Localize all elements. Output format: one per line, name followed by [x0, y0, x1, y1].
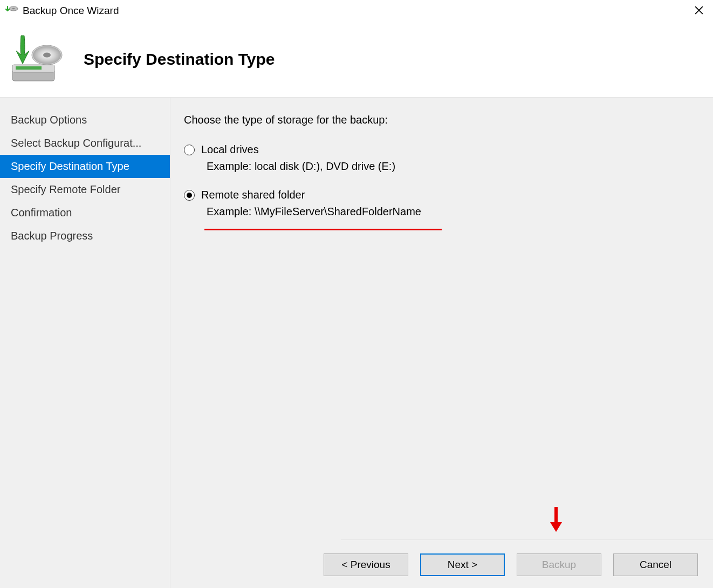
radio-example-local-drives: Example: local disk (D:), DVD drive (E:) [207, 160, 700, 173]
sidebar-item-backup-progress[interactable]: Backup Progress [0, 224, 170, 248]
next-button[interactable]: Next > [420, 553, 505, 576]
sidebar-item-label: Select Backup Configurat... [11, 137, 141, 149]
svg-marker-11 [550, 522, 562, 532]
annotation-arrow-icon [548, 506, 564, 533]
sidebar-item-label: Backup Options [11, 114, 87, 126]
sidebar-item-backup-options[interactable]: Backup Options [0, 108, 170, 132]
sidebar-item-select-backup-configuration[interactable]: Select Backup Configurat... [0, 132, 170, 155]
button-label: Backup [542, 559, 576, 571]
sidebar-item-label: Confirmation [11, 207, 72, 218]
titlebar: Backup Once Wizard [0, 0, 713, 22]
sidebar-item-label: Specify Destination Type [11, 160, 129, 172]
radio-icon [184, 190, 195, 201]
close-icon[interactable] [690, 3, 708, 19]
page-title: Specify Destination Type [84, 50, 275, 69]
radio-icon [184, 145, 195, 155]
wizard-main-panel: Choose the type of storage for the backu… [170, 98, 713, 588]
radio-label: Remote shared folder [201, 189, 305, 201]
button-label: Cancel [640, 559, 671, 571]
sidebar-item-specify-destination-type[interactable]: Specify Destination Type [0, 155, 170, 178]
backup-button: Backup [517, 553, 601, 576]
destination-type-radio-group: Local drives Example: local disk (D:), D… [184, 141, 700, 237]
window-title: Backup Once Wizard [23, 5, 690, 17]
app-icon [5, 4, 18, 17]
svg-rect-6 [16, 66, 42, 70]
instruction-text: Choose the type of storage for the backu… [184, 114, 700, 126]
wizard-body: Backup Options Select Backup Configurat.… [0, 97, 713, 588]
radio-label: Local drives [201, 143, 259, 156]
sidebar-item-confirmation[interactable]: Confirmation [0, 201, 170, 224]
radio-example-remote-shared-folder: Example: \\MyFileServer\SharedFolderName [207, 206, 700, 218]
svg-point-1 [12, 8, 15, 9]
cancel-button[interactable]: Cancel [613, 553, 698, 576]
svg-point-9 [43, 53, 51, 58]
wizard-steps-sidebar: Backup Options Select Backup Configurat.… [0, 98, 170, 588]
sidebar-item-label: Specify Remote Folder [11, 183, 120, 195]
wizard-header: Specify Destination Type [0, 22, 713, 97]
backup-drive-icon [8, 32, 67, 86]
button-label: Next > [448, 559, 477, 571]
button-label: < Previous [341, 559, 390, 571]
previous-button[interactable]: < Previous [324, 553, 408, 576]
wizard-footer: < Previous Next > Backup Cancel [324, 553, 698, 576]
annotation-underline [204, 229, 442, 230]
sidebar-item-label: Backup Progress [11, 230, 93, 242]
radio-option-remote-shared-folder[interactable]: Remote shared folder [184, 189, 700, 201]
sidebar-item-specify-remote-folder[interactable]: Specify Remote Folder [0, 178, 170, 201]
radio-option-local-drives[interactable]: Local drives [184, 143, 700, 156]
